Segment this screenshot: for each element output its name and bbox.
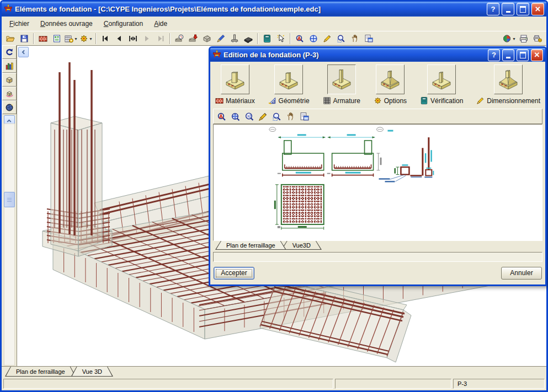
toolbar-printer-config-button[interactable] <box>531 32 544 45</box>
section-button-options[interactable] <box>376 65 405 94</box>
status-panel-2 <box>335 379 451 389</box>
dialog-toolbar-zoom-window-button[interactable] <box>271 111 283 122</box>
toolbar-separator <box>95 33 97 44</box>
dialog-toolbar-zoom-x2-button[interactable]: x2 <box>243 111 255 122</box>
maximize-button[interactable] <box>517 3 529 15</box>
dialog-toolbar-pan-button[interactable] <box>285 111 296 122</box>
dialog-toolbar-print-preview-button[interactable] <box>299 111 310 122</box>
left-toolbar-statistics-button[interactable] <box>2 59 17 73</box>
toolbar-import-button[interactable] <box>187 32 200 45</box>
rebar-plan-view[interactable] <box>213 124 542 241</box>
accept-button[interactable]: Accepter <box>214 267 254 280</box>
window-title: Eléments de fondation - [C:\CYPE Ingenie… <box>15 5 485 13</box>
dialog-toolbar-zoom-dynamic-button[interactable] <box>216 111 227 122</box>
left-toolbar-rotate-view-button[interactable] <box>2 87 17 100</box>
section-label-dimensionnement: Dimensionnement <box>476 96 540 105</box>
toolbar-print-preview-button[interactable] <box>362 32 375 45</box>
toolbar-edit-pencil-button[interactable] <box>214 32 227 45</box>
close-button[interactable]: ✕ <box>531 3 544 15</box>
toolbar-printer-button[interactable] <box>517 32 530 45</box>
scroll-left-button[interactable] <box>18 47 29 57</box>
dialog-close-button[interactable]: ✕ <box>531 49 543 61</box>
zoom-dynamic-icon <box>295 34 304 43</box>
nav-range-icon <box>129 34 137 43</box>
menu-fichier[interactable]: Fichier <box>4 18 35 29</box>
section-button-materiaux[interactable] <box>221 65 249 94</box>
menu-donnees-ouvrage[interactable]: Données ouvrage <box>35 18 98 29</box>
toolbar-pan-button[interactable] <box>348 32 361 45</box>
maximize-icon <box>520 52 526 58</box>
main-tab-plan-de-ferraillage[interactable]: Plan de ferraillage <box>5 367 76 377</box>
dialog-tab-vue3d[interactable]: Vue3D <box>281 241 322 250</box>
toolbar-time-stamp-button[interactable] <box>173 32 186 45</box>
menu-configuration[interactable]: Configuration <box>98 18 148 29</box>
toolbar-nav-next-button[interactable] <box>140 32 153 45</box>
toolbar-foundation-button[interactable] <box>242 32 255 45</box>
toolbar-world-button[interactable]: ▼ <box>502 32 517 45</box>
toolbar-project-data-button[interactable] <box>36 32 50 45</box>
toolbar-zoom-dynamic-button[interactable] <box>293 32 306 45</box>
world-icon <box>503 34 512 43</box>
view-tabs: Plan de ferraillageVue 3D <box>2 366 546 377</box>
dialog-tab-plan-de-ferraillage[interactable]: Plan de ferraillage <box>215 241 286 250</box>
foundation-3d-icon <box>430 69 453 89</box>
minimize-button[interactable] <box>502 3 514 15</box>
nav-last-icon <box>156 34 165 43</box>
import-icon <box>189 34 198 43</box>
menu-aide[interactable]: Aide <box>148 18 173 29</box>
toolbar-nav-range-button[interactable] <box>126 32 140 45</box>
toolbar-surface-button[interactable] <box>200 32 214 45</box>
dialog-toolbar-zoom-extents-button[interactable] <box>230 111 241 122</box>
section-button-armature[interactable] <box>327 65 356 94</box>
dropdown-arrow-icon: ▼ <box>512 37 516 41</box>
left-toolbar-render-view-button[interactable] <box>2 100 17 114</box>
dialog-toolbar-redraw-button[interactable] <box>257 111 269 122</box>
toolbar-zoom-window-button[interactable] <box>334 32 348 45</box>
toolbar-redraw-button[interactable] <box>321 32 334 45</box>
dropdown-arrow-icon: ▼ <box>74 37 78 41</box>
left-scrollbar-thumb[interactable] <box>4 192 15 207</box>
toolbar-column-button[interactable] <box>228 32 241 45</box>
left-toolbar-undo-button[interactable] <box>2 45 17 59</box>
pan-icon <box>350 34 359 43</box>
app-logo-icon <box>4 4 13 13</box>
app-icon <box>212 50 221 61</box>
column-icon <box>230 34 239 43</box>
toolbar-save-button[interactable] <box>18 32 31 45</box>
toolbar-tables-button[interactable]: ▼ <box>64 32 78 45</box>
toolbar-sphere-rotate-button[interactable] <box>307 32 320 45</box>
section-button-dimensionnement[interactable] <box>494 65 523 94</box>
dialog-help-button[interactable]: ? <box>488 49 500 61</box>
main-tab-vue-3d[interactable]: Vue 3D <box>71 367 113 377</box>
toolbar-nav-first-button[interactable] <box>99 32 112 45</box>
dialog-message-bar <box>213 252 542 262</box>
cancel-button[interactable]: Annuler <box>501 267 542 280</box>
section-label-geometrie: Géométrie <box>268 96 310 105</box>
dialog-actions: Accepter Annuler <box>213 262 542 283</box>
edit-foundation-dialog: Edition de la fondation (P-3) ? ✕ Matéri… <box>209 46 547 286</box>
toolbar-nav-last-button[interactable] <box>154 32 167 45</box>
tables-icon <box>65 34 73 43</box>
toolbar-settings-gear-button[interactable]: ▼ <box>79 32 93 45</box>
gear-icon <box>374 96 382 105</box>
rotate-view-icon <box>5 89 14 98</box>
left-scrollbar-track[interactable] <box>4 123 15 366</box>
dim-pencil-icon <box>476 96 485 105</box>
toolbar-select-button[interactable] <box>274 32 288 45</box>
toolbar-calculate-button[interactable] <box>260 32 274 45</box>
main-toolbar: ▼▼▼ <box>2 31 546 46</box>
section-button-geometrie[interactable] <box>274 65 303 94</box>
dialog-minimize-button[interactable] <box>502 49 514 61</box>
undo-icon <box>5 48 14 57</box>
left-toolbar-solid-view-button[interactable] <box>2 73 17 87</box>
app-logo-icon <box>212 50 221 58</box>
section-button-verification[interactable] <box>427 65 456 94</box>
report-icon <box>52 34 61 43</box>
toolbar-nav-prev-button[interactable] <box>113 32 126 45</box>
tab-label: Plan de ferraillage <box>16 368 65 375</box>
help-button[interactable]: ? <box>487 3 499 15</box>
cancel-label: Annuler <box>510 269 533 277</box>
dialog-maximize-button[interactable] <box>517 49 529 61</box>
toolbar-open-folder-button[interactable] <box>4 32 17 45</box>
toolbar-report-button[interactable] <box>50 32 63 45</box>
